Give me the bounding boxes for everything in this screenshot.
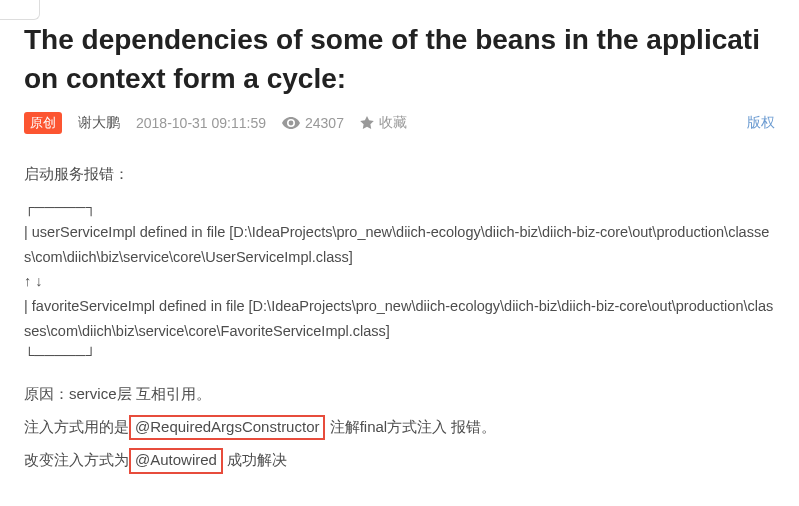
article-meta: 原创 谢大鹏 2018-10-31 09:11:59 24307 收藏 版权 xyxy=(24,112,775,134)
ascii-mid: ↑ ↓ xyxy=(24,269,775,294)
autowired-annotation: @Autowired xyxy=(129,448,223,474)
fix-line: 改变注入方式为@Autowired 成功解决 xyxy=(24,446,775,474)
article-container: The dependencies of some of the beans in… xyxy=(0,0,799,474)
eye-icon xyxy=(282,117,300,129)
inject-line: 注入方式用的是@RequiredArgsConstructor 注解final方… xyxy=(24,413,775,441)
error-block: ┌─────┐ | userServiceImpl defined in fil… xyxy=(24,195,775,367)
views-number: 24307 xyxy=(305,115,344,131)
error-line-2: | favoriteServiceImpl defined in file [D… xyxy=(24,294,775,343)
original-badge: 原创 xyxy=(24,112,62,134)
collect-label: 收藏 xyxy=(379,114,407,132)
publish-datetime: 2018-10-31 09:11:59 xyxy=(136,115,266,131)
inject-pre: 注入方式用的是 xyxy=(24,418,129,435)
required-args-annotation: @RequiredArgsConstructor xyxy=(129,415,325,441)
article-title: The dependencies of some of the beans in… xyxy=(24,20,775,98)
fix-pre: 改变注入方式为 xyxy=(24,451,129,468)
views-count: 24307 xyxy=(282,115,344,131)
collect-button[interactable]: 收藏 xyxy=(360,114,407,132)
inject-post: 注解final方式注入 报错。 xyxy=(325,418,496,435)
author-link[interactable]: 谢大鹏 xyxy=(78,114,120,132)
reason-text: 原因：service层 互相引用。 xyxy=(24,380,775,407)
fix-post: 成功解决 xyxy=(223,451,287,468)
copyright-link[interactable]: 版权 xyxy=(747,114,775,132)
article-body: 启动服务报错： ┌─────┐ | userServiceImpl define… xyxy=(24,160,775,473)
error-line-1: | userServiceImpl defined in file [D:\Id… xyxy=(24,220,775,269)
ascii-top: ┌─────┐ xyxy=(24,195,775,220)
intro-text: 启动服务报错： xyxy=(24,160,775,187)
tab-corner xyxy=(0,0,40,20)
ascii-bottom: └─────┘ xyxy=(24,343,775,368)
star-icon xyxy=(360,116,374,130)
